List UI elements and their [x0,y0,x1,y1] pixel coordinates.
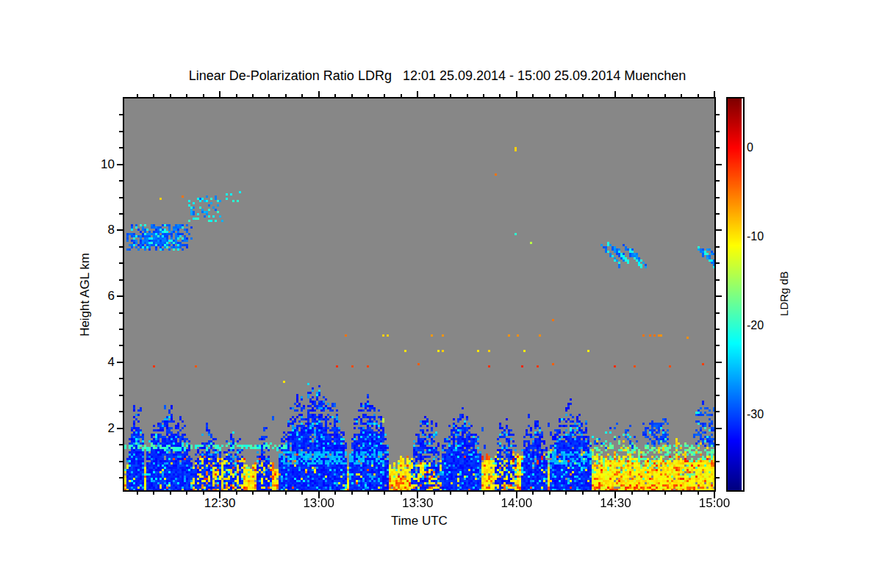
y-axis-minor-tick-right [716,395,720,396]
y-axis-minor-tick [119,461,123,462]
x-axis-major-tick-top [417,91,418,97]
y-axis-major-tick [117,362,123,363]
x-axis-minor-tick [203,492,204,495]
colorbar-label: LDRg dB [778,235,790,353]
y-axis-minor-tick [119,279,123,281]
x-axis-minor-tick-top [681,94,682,97]
x-axis-minor-tick-top [384,94,385,97]
x-axis-minor-tick [334,492,336,495]
x-axis-minor-tick [598,492,600,495]
x-axis-minor-tick [664,492,666,495]
x-axis-minor-tick-top [467,94,468,97]
x-axis-minor-tick [467,492,468,495]
y-axis-minor-tick [119,147,123,148]
y-axis-minor-tick-right [716,411,720,412]
x-tick-label: 14:00 [491,497,542,510]
y-axis-minor-tick-right [716,461,720,462]
x-axis-minor-tick-top [598,94,600,97]
x-axis-minor-tick [698,492,699,495]
x-axis-minor-tick-top [137,94,138,97]
y-axis-minor-tick-right [716,213,720,215]
y-axis-minor-tick [119,312,123,314]
y-axis-major-tick [117,164,123,165]
x-axis-minor-tick [483,492,484,495]
x-axis-minor-tick-top [236,94,237,97]
x-axis-minor-tick [648,492,649,495]
y-axis-minor-tick [119,213,123,215]
x-axis-minor-tick-top [698,94,699,97]
y-axis-major-tick [117,295,123,297]
y-axis-minor-tick [119,131,123,132]
x-axis-minor-tick [268,492,270,495]
x-axis-minor-tick-top [565,94,567,97]
y-axis-minor-tick [119,444,123,445]
x-axis-minor-tick [532,492,534,495]
chart-title: Linear De-Polarization Ratio LDRg 12:01 … [140,68,735,84]
x-axis-minor-tick-top [434,94,435,97]
y-tick-label: 10 [76,158,115,171]
x-axis-minor-tick-top [499,94,501,97]
x-axis-minor-tick-top [170,94,171,97]
x-tick-label: 13:00 [293,497,345,510]
x-axis-label: Time UTC [124,514,714,528]
y-axis-minor-tick-right [716,279,720,281]
x-axis-minor-tick [401,492,402,495]
x-axis-minor-tick [153,492,154,495]
y-axis-minor-tick [119,180,123,182]
x-axis-minor-tick-top [268,94,270,97]
x-axis-minor-tick [631,492,633,495]
y-axis-major-tick-right [716,295,722,297]
y-tick-label: 4 [76,356,115,369]
x-axis-minor-tick [170,492,171,495]
y-axis-minor-tick-right [716,477,720,478]
y-axis-minor-tick [119,197,123,198]
x-axis-minor-tick-top [401,94,402,97]
y-axis-minor-tick [119,378,123,379]
x-axis-minor-tick-top [301,94,303,97]
x-axis-minor-tick-top [631,94,633,97]
y-axis-minor-tick [119,477,123,478]
x-axis-minor-tick [368,492,369,495]
y-axis-minor-tick-right [716,180,720,182]
x-axis-minor-tick-top [368,94,369,97]
x-axis-minor-tick-top [186,94,187,97]
x-axis-major-tick-top [714,91,715,97]
x-axis-minor-tick [384,492,385,495]
x-axis-major-tick-top [614,91,616,97]
y-axis-minor-tick-right [716,147,720,148]
x-axis-minor-tick-top [153,94,154,97]
x-axis-minor-tick [450,492,451,495]
x-axis-minor-tick [351,492,353,495]
x-axis-minor-tick-top [648,94,649,97]
heatmap-canvas [124,98,714,490]
y-axis-major-tick [117,428,123,429]
y-axis-major-tick-right [716,229,722,231]
y-tick-label: 8 [76,223,115,237]
x-axis-minor-tick-top [334,94,336,97]
y-axis-minor-tick [119,395,123,396]
x-axis-minor-tick [301,492,303,495]
y-axis-major-tick-right [716,362,722,363]
x-tick-label: 13:30 [392,497,443,510]
y-axis-minor-tick [119,345,123,346]
y-axis-minor-tick-right [716,378,720,379]
x-axis-minor-tick-top [285,94,287,97]
x-axis-minor-tick-top [203,94,204,97]
y-axis-minor-tick-right [716,329,720,330]
y-axis-label: Height AGL km [78,236,93,354]
y-axis-minor-tick [119,329,123,330]
x-axis-minor-tick [499,492,501,495]
x-axis-minor-tick-top [351,94,353,97]
x-axis-minor-tick [252,492,254,495]
x-axis-minor-tick-top [483,94,484,97]
x-axis-minor-tick-top [582,94,584,97]
x-axis-minor-tick [285,492,287,495]
y-axis-minor-tick [119,262,123,264]
x-tick-label: 12:30 [194,497,245,510]
y-axis-major-tick-right [716,164,722,165]
x-axis-minor-tick-top [450,94,451,97]
y-axis-major-tick [117,229,123,231]
x-axis-minor-tick [186,492,187,495]
x-axis-major-tick-top [318,91,320,97]
x-tick-label: 14:30 [589,497,641,510]
